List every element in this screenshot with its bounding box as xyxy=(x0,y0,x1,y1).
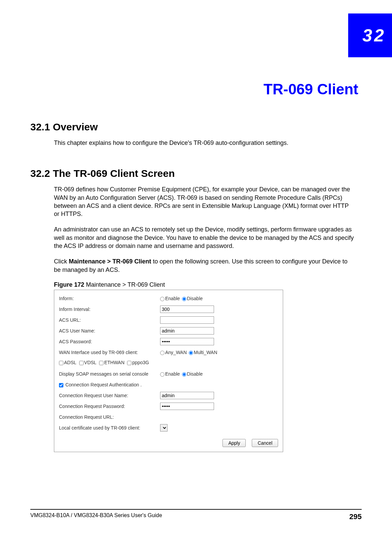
overview-paragraph: This chapter explains how to configure t… xyxy=(54,139,355,147)
label-local-cert: Local certificate used by TR-069 client: xyxy=(59,425,160,431)
section-screen-heading: 32.2 The TR-069 Client Screen xyxy=(30,168,362,179)
label-wan-iface: WAN Interface used by TR-069 client: xyxy=(59,350,160,355)
ethwan-label: ETHWAN xyxy=(104,360,124,365)
figure-caption: Figure 172 Maintenance > TR-069 Client xyxy=(54,281,362,288)
figure-label: Figure 172 xyxy=(54,281,84,288)
pppo3g-checkbox[interactable] xyxy=(127,361,131,365)
adsl-checkbox[interactable] xyxy=(59,361,63,365)
vdsl-option[interactable]: VDSL xyxy=(79,360,97,365)
p3-pre: Click xyxy=(54,258,69,265)
inform-enable-radio[interactable] xyxy=(160,297,164,301)
screen-paragraph-1: TR-069 defines how Customer Premise Equi… xyxy=(54,185,355,218)
ethwan-option[interactable]: ETHWAN xyxy=(99,360,124,365)
label-inform-interval: Inform Interval: xyxy=(59,307,160,312)
screen-paragraph-3: Click Maintenance > TR-069 Client to ope… xyxy=(54,257,355,274)
screen-paragraph-2: An administrator can use an ACS to remot… xyxy=(54,225,355,250)
inform-enable-option[interactable]: Enable xyxy=(160,296,180,301)
label-conn-user: Connection Request User Name: xyxy=(59,393,160,398)
page-container: 32 TR-069 Client 32.1 Overview This chap… xyxy=(0,0,392,538)
footer-guide-title: VMG8324-B10A / VMG8324-B30A Series User'… xyxy=(30,512,162,521)
inform-disable-radio[interactable] xyxy=(182,297,186,301)
label-conn-pass: Connection Request Password: xyxy=(59,404,160,409)
multiwan-label: Multi_WAN xyxy=(194,350,217,355)
page-footer: VMG8324-B10A / VMG8324-B30A Series User'… xyxy=(30,509,362,521)
local-cert-select[interactable] xyxy=(160,424,168,432)
acs-pass-input[interactable] xyxy=(160,338,214,345)
label-acs-url: ACS URL: xyxy=(59,317,160,323)
ethwan-checkbox[interactable] xyxy=(99,361,103,365)
label-inform: Inform: xyxy=(59,296,160,301)
section-overview-heading: 32.1 Overview xyxy=(30,121,362,133)
label-conn-url: Connection Request URL: xyxy=(59,414,160,420)
apply-button[interactable]: Apply xyxy=(222,439,246,447)
chapter-title: TR-069 Client xyxy=(30,81,362,98)
anywan-label: Any_WAN xyxy=(165,350,187,355)
anywan-option[interactable]: Any_WAN xyxy=(160,350,187,355)
conn-pass-input[interactable] xyxy=(160,403,214,410)
footer-page-number: 295 xyxy=(349,512,362,521)
inform-enable-label: Enable xyxy=(165,296,180,301)
label-soap: Display SOAP messages on serial console xyxy=(59,371,160,377)
soap-enable-radio[interactable] xyxy=(160,372,164,377)
soap-enable-option[interactable]: Enable xyxy=(160,371,180,377)
conn-auth-label: Connection Request Authentication . xyxy=(65,382,142,387)
adsl-label: ADSL xyxy=(64,360,77,365)
adsl-option[interactable]: ADSL xyxy=(59,360,77,365)
acs-url-input[interactable] xyxy=(160,316,214,324)
label-acs-pass: ACS Password: xyxy=(59,339,160,344)
anywan-radio[interactable] xyxy=(160,351,164,355)
soap-disable-radio[interactable] xyxy=(182,372,186,377)
chapter-number-badge: 32 xyxy=(348,13,392,57)
chapter-number: 32 xyxy=(362,25,386,45)
inform-disable-option[interactable]: Disable xyxy=(182,296,203,301)
conn-user-input[interactable] xyxy=(160,392,214,399)
multiwan-option[interactable]: Multi_WAN xyxy=(189,350,217,355)
conn-auth-option[interactable]: Connection Request Authentication . xyxy=(59,382,142,387)
figure-tr069-form: Inform: Enable Disable Inform Interval: … xyxy=(54,290,283,452)
figure-title: Maintenance > TR-069 Client xyxy=(84,281,165,288)
vdsl-label: VDSL xyxy=(84,360,97,365)
pppo3g-option[interactable]: pppo3G xyxy=(127,360,149,365)
soap-disable-option[interactable]: Disable xyxy=(182,371,203,377)
vdsl-checkbox[interactable] xyxy=(79,361,84,365)
conn-auth-checkbox[interactable] xyxy=(59,383,63,387)
inform-interval-input[interactable] xyxy=(160,306,214,313)
soap-disable-label: Disable xyxy=(187,371,203,377)
acs-user-input[interactable] xyxy=(160,327,214,335)
pppo3g-label: pppo3G xyxy=(132,360,149,365)
multiwan-radio[interactable] xyxy=(189,351,193,355)
soap-enable-label: Enable xyxy=(165,371,180,377)
cancel-button[interactable]: Cancel xyxy=(252,439,278,447)
inform-disable-label: Disable xyxy=(187,296,203,301)
p3-bold: Maintenance > TR-069 Client xyxy=(69,258,151,265)
label-acs-user: ACS User Name: xyxy=(59,328,160,334)
